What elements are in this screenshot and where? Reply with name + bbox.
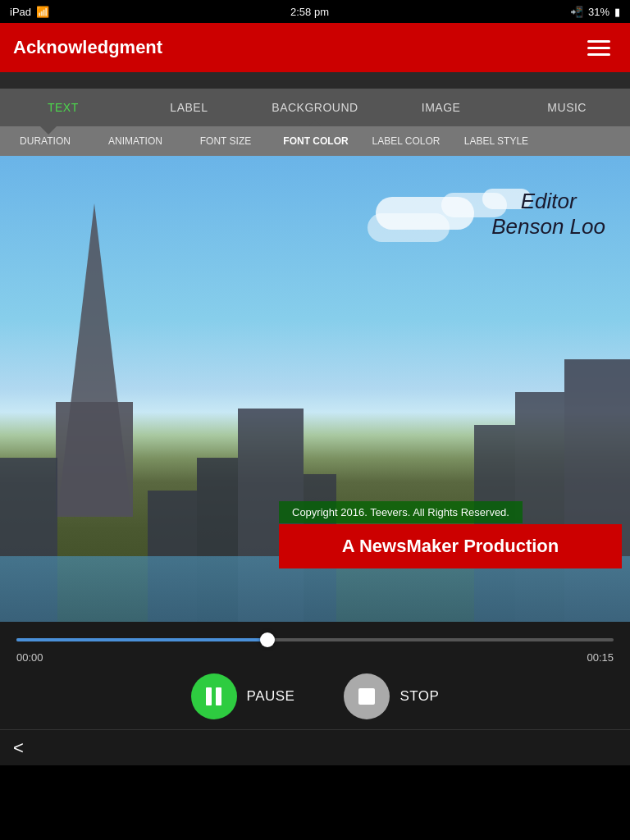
sub-tab-font-color[interactable]: FONT COLOR: [271, 126, 361, 156]
stop-label: STOP: [399, 688, 439, 705]
pyramid-base: [56, 402, 133, 517]
bluetooth-icon: 📲: [570, 6, 583, 18]
app-header: Acknowledgment: [0, 23, 630, 72]
status-bar: iPad 📶 2:58 pm 📲 31% ▮: [0, 0, 630, 23]
progress-thumb[interactable]: [260, 632, 275, 647]
main-tab-bar: TEXT LABEL BACKGROUND IMAGE MUSIC: [0, 89, 630, 126]
hamburger-line-1: [587, 40, 610, 43]
tab-music[interactable]: MUSIC: [504, 89, 630, 126]
pause-circle[interactable]: [191, 673, 237, 719]
preview-canvas: Editor Benson Loo Copyright 2016. Teever…: [0, 156, 630, 622]
device-label: iPad: [10, 6, 31, 18]
progress-bar-wrapper[interactable]: [16, 632, 614, 648]
editor-line2: Benson Loo: [491, 214, 605, 240]
time-label: 2:58 pm: [290, 6, 329, 18]
pause-bar-left: [206, 687, 212, 705]
pause-bar-right: [216, 687, 221, 705]
hamburger-line-3: [587, 53, 610, 56]
current-time: 00:00: [16, 651, 43, 664]
pause-button[interactable]: PAUSE: [191, 673, 295, 719]
wifi-icon: 📶: [36, 6, 49, 18]
production-bar: A NewsMaker Production: [279, 524, 622, 568]
stop-circle[interactable]: [344, 673, 390, 719]
tab-text[interactable]: TEXT: [0, 89, 126, 126]
progress-track[interactable]: [16, 638, 614, 641]
progress-fill: [16, 638, 267, 641]
playback-buttons-row: PAUSE STOP: [16, 673, 614, 719]
production-text: A NewsMaker Production: [342, 536, 559, 556]
hamburger-line-2: [587, 47, 610, 49]
battery-label: 31%: [588, 6, 609, 18]
spacer-bar: [0, 72, 630, 89]
sub-tab-font-size[interactable]: FONT SIZE: [180, 126, 271, 156]
sub-tab-label-color[interactable]: LABEL COLOR: [361, 126, 451, 156]
stop-icon: [358, 688, 375, 705]
stop-button[interactable]: STOP: [344, 673, 439, 719]
hamburger-menu-button[interactable]: [581, 34, 617, 62]
battery-icon: ▮: [614, 6, 620, 18]
sub-tab-animation[interactable]: ANIMATION: [90, 126, 180, 156]
pause-label: PAUSE: [247, 688, 295, 705]
tab-active-indicator: [40, 126, 57, 135]
editor-text-overlay: Editor Benson Loo: [491, 189, 605, 240]
bottom-nav-bar: <: [0, 729, 630, 765]
total-time: 00:15: [587, 651, 614, 664]
sub-tab-bar: DURATION ANIMATION FONT SIZE FONT COLOR …: [0, 126, 630, 156]
copyright-bar: Copyright 2016. Teevers. All Rights Rese…: [279, 501, 523, 523]
tab-image[interactable]: IMAGE: [378, 89, 504, 126]
time-row: 00:00 00:15: [16, 651, 614, 664]
playback-controls-area: 00:00 00:15 PAUSE STOP: [0, 622, 630, 729]
copyright-text: Copyright 2016. Teevers. All Rights Rese…: [292, 506, 509, 518]
back-button[interactable]: <: [13, 737, 24, 759]
tab-label[interactable]: LABEL: [126, 89, 253, 126]
editor-line1: Editor: [491, 189, 605, 214]
sub-tab-label-style[interactable]: LABEL STYLE: [451, 126, 541, 156]
app-title: Acknowledgment: [13, 37, 162, 58]
pause-icon: [206, 687, 221, 705]
